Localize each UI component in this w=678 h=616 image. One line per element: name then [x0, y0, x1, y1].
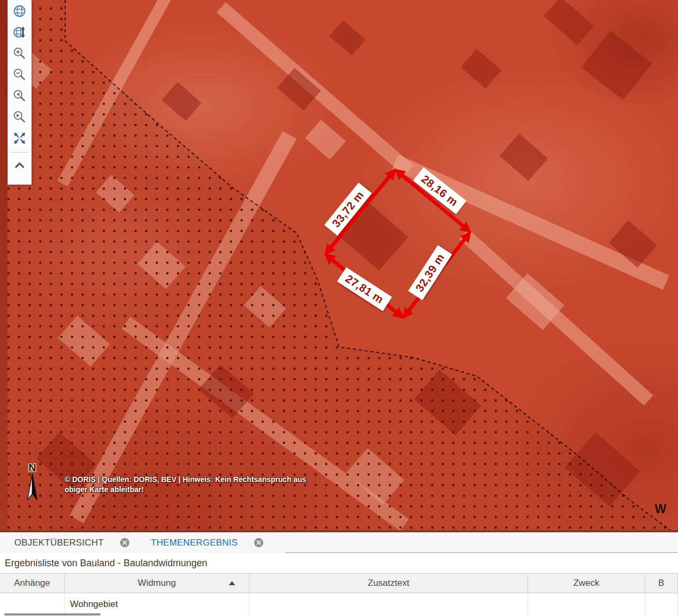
- column-label: Anhänge: [14, 578, 50, 588]
- map-toolbar: [7, 0, 32, 185]
- tab-label: OBJEKTÜBERSICHT: [14, 538, 104, 548]
- zoom-in-button[interactable]: [8, 43, 31, 64]
- cell-anhaenge: [0, 593, 65, 615]
- result-list-title: Ergebnisliste von Bauland - Baulandwidmu…: [0, 553, 678, 573]
- close-icon: [120, 538, 130, 548]
- results-panel: OBJEKTÜBERSICHT THEMENERGEBNIS: [0, 532, 678, 616]
- zoom-out-button[interactable]: [8, 64, 31, 85]
- doris-map-application: 33,72 m 28,16 m 27,81 m 32,39 m N © DORI…: [0, 0, 678, 616]
- column-header-widmung[interactable]: Widmung: [65, 574, 249, 593]
- magnifier-forward-icon: [12, 110, 27, 124]
- globe-pan-icon: [12, 25, 27, 40]
- tab-bar-underline: [285, 533, 678, 553]
- cell-zusatztext: [249, 593, 528, 615]
- horizontal-scrollbar-thumb[interactable]: [4, 613, 101, 615]
- overview-map-button[interactable]: [8, 1, 31, 22]
- column-header-b[interactable]: B: [645, 574, 678, 593]
- full-extent-button[interactable]: [8, 22, 31, 43]
- panel-tab-bar: OBJEKTÜBERSICHT THEMENERGEBNIS: [0, 532, 678, 553]
- attribution-line-2: obiger Karte ableitbar!: [65, 485, 393, 495]
- column-label: B: [658, 578, 664, 588]
- column-header-zweck[interactable]: Zweck: [528, 574, 645, 593]
- map-attribution: © DORIS | Quellen: DORIS, BEV | Hinweis:…: [65, 475, 393, 495]
- column-label: Zusatztext: [368, 578, 409, 588]
- attribution-line-1: © DORIS | Quellen: DORIS, BEV | Hinweis:…: [65, 475, 393, 485]
- results-table: Anhänge Widmung Zusatztext Zweck B Wo: [0, 573, 678, 615]
- measurement-arrows: [0, 0, 678, 531]
- north-label: N: [23, 463, 41, 472]
- globe-icon: [12, 4, 27, 19]
- compass-needle-icon: [25, 472, 39, 502]
- north-arrow: N: [23, 463, 41, 504]
- column-label: Zweck: [573, 578, 599, 588]
- expand-arrows-icon: [12, 131, 27, 146]
- cell-zweck: [528, 593, 645, 615]
- cell-b: [645, 593, 678, 615]
- zone-code-label: W: [655, 502, 666, 516]
- tab-label: THEMENERGEBNIS: [151, 538, 238, 548]
- column-header-zusatztext[interactable]: Zusatztext: [249, 574, 528, 593]
- map-viewport[interactable]: 33,72 m 28,16 m 27,81 m 32,39 m N © DORI…: [0, 0, 678, 531]
- magnifier-back-icon: [12, 88, 27, 103]
- chevron-up-icon: [12, 158, 27, 173]
- collapse-toolbar-button[interactable]: [8, 155, 31, 176]
- table-row[interactable]: Wohngebiet: [0, 593, 678, 615]
- close-icon: [254, 538, 264, 548]
- column-label: Widmung: [138, 578, 176, 588]
- close-tab-button[interactable]: [120, 538, 130, 548]
- tab-themenergebnis[interactable]: THEMENERGEBNIS: [151, 538, 264, 548]
- close-tab-button[interactable]: [254, 538, 264, 548]
- pan-mode-button[interactable]: [8, 128, 31, 149]
- toolbar-divider: [10, 152, 29, 153]
- magnifier-plus-icon: [12, 46, 27, 61]
- zoom-next-button[interactable]: [8, 106, 31, 128]
- zoom-previous-button[interactable]: [8, 85, 31, 106]
- tab-objektuebersicht[interactable]: OBJEKTÜBERSICHT: [14, 538, 130, 548]
- table-header-row: Anhänge Widmung Zusatztext Zweck B: [0, 573, 678, 593]
- cell-widmung: Wohngebiet: [65, 593, 249, 615]
- magnifier-minus-icon: [12, 67, 27, 82]
- column-header-anhaenge[interactable]: Anhänge: [0, 574, 65, 593]
- sort-ascending-icon: [229, 581, 235, 585]
